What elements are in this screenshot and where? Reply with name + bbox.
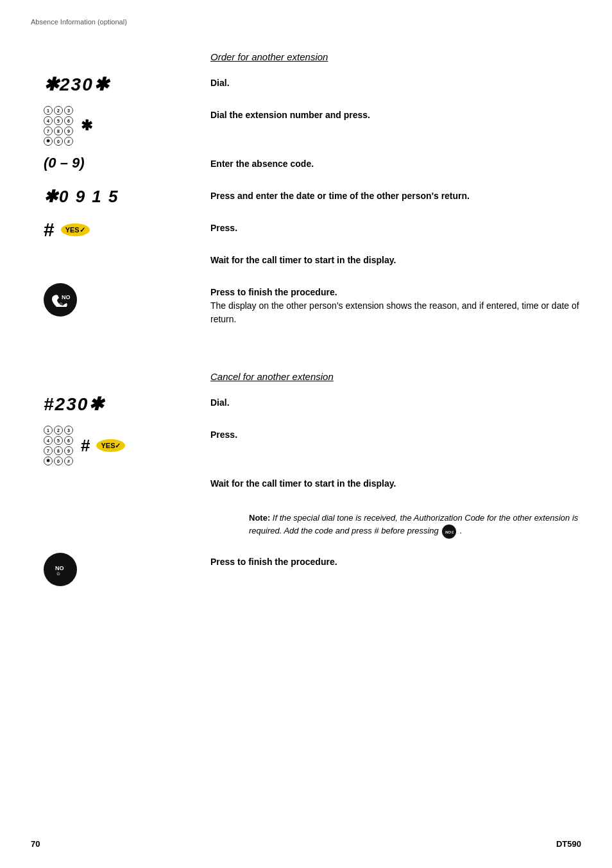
cancel-row-2: 1 2 3 4 5 6 7 8 9 ✱ 0 # # YES✓ bbox=[31, 426, 581, 465]
c-key-5: 5 bbox=[54, 436, 63, 445]
cancel-row-note: Note: If the special dial tone is receiv… bbox=[31, 507, 581, 544]
hash-yes-combo: # YES✓ bbox=[44, 219, 90, 241]
cancel-symbol-1: #230✱ bbox=[31, 394, 210, 415]
key-star: ✱ bbox=[44, 137, 53, 146]
inline-no-button: NO⊙ bbox=[442, 525, 456, 539]
cancel-text-2: Press. bbox=[210, 426, 581, 442]
keypad-icon: 1 2 3 4 5 6 7 8 9 ✱ 0 # bbox=[44, 106, 73, 146]
header-label: Absence Information (optional) bbox=[31, 18, 127, 26]
page-header: Absence Information (optional) bbox=[31, 18, 127, 26]
page-number: 70 bbox=[31, 839, 40, 849]
c-key-3: 3 bbox=[64, 426, 73, 435]
svg-text:NO⊙: NO⊙ bbox=[445, 530, 454, 534]
c-key-8: 8 bbox=[54, 446, 63, 455]
svg-text:NO: NO bbox=[55, 565, 64, 571]
order-text-4: Press and enter the date or time of the … bbox=[210, 187, 581, 203]
cancel-text-5: Press to finish the procedure. bbox=[210, 553, 581, 569]
cancel-heading: Cancel for another extension bbox=[210, 371, 581, 382]
order-symbol-7: NO ⊙ bbox=[31, 283, 210, 317]
order-text-7: Press to finish the procedure. The displ… bbox=[210, 283, 581, 326]
product-name: DT590 bbox=[556, 839, 581, 849]
order-symbol-1: ✱230✱ bbox=[31, 74, 210, 95]
c-key-1: 1 bbox=[44, 426, 53, 435]
dial-code-star230star: ✱230✱ bbox=[44, 74, 110, 95]
order-row-2: 1 2 3 4 5 6 7 8 9 ✱ 0 # ✱ bbox=[31, 106, 581, 146]
cancel-text-note: Note: If the special dial tone is receiv… bbox=[210, 507, 581, 544]
order-text-3: Enter the absence code. bbox=[210, 155, 581, 171]
order-text-1: Dial. bbox=[210, 74, 581, 90]
star-symbol: ✱ bbox=[81, 117, 92, 134]
c-key-4: 4 bbox=[44, 436, 53, 445]
yes-button[interactable]: YES✓ bbox=[61, 223, 90, 236]
order-text-6: Wait for the call timer to start in the … bbox=[210, 251, 581, 267]
cancel-section: Cancel for another extension #230✱ Dial.… bbox=[31, 371, 581, 586]
keypad-hash-yes-combo: 1 2 3 4 5 6 7 8 9 ✱ 0 # # YES✓ bbox=[44, 426, 125, 465]
hash-symbol: # bbox=[44, 219, 55, 241]
order-row-6: Wait for the call timer to start in the … bbox=[31, 251, 581, 274]
yes-button-2[interactable]: YES✓ bbox=[96, 439, 125, 452]
c-key-9: 9 bbox=[64, 446, 73, 455]
c-key-7: 7 bbox=[44, 446, 53, 455]
key-0: 0 bbox=[54, 137, 63, 146]
key-1: 1 bbox=[44, 106, 53, 115]
key-hash: # bbox=[64, 137, 73, 146]
paren-code: (0 – 9) bbox=[44, 155, 85, 171]
key-9: 9 bbox=[64, 126, 73, 135]
keypad-icon-2: 1 2 3 4 5 6 7 8 9 ✱ 0 # bbox=[44, 426, 73, 465]
no-button-order[interactable]: NO ⊙ bbox=[44, 283, 77, 317]
order-symbol-5: # YES✓ bbox=[31, 219, 210, 241]
order-row-1: ✱230✱ Dial. bbox=[31, 74, 581, 97]
c-key-6: 6 bbox=[64, 436, 73, 445]
cancel-row-1: #230✱ Dial. bbox=[31, 394, 581, 417]
hash-symbol-2: # bbox=[81, 436, 90, 456]
order-row-7: NO ⊙ Press to finish the procedure. The … bbox=[31, 283, 581, 326]
key-4: 4 bbox=[44, 116, 53, 125]
order-text-5: Press. bbox=[210, 219, 581, 235]
svg-text:⊙: ⊙ bbox=[56, 571, 60, 576]
key-5: 5 bbox=[54, 116, 63, 125]
order-row-4: ✱0 9 1 5 Press and enter the date or tim… bbox=[31, 187, 581, 210]
keypad-star-combo: 1 2 3 4 5 6 7 8 9 ✱ 0 # ✱ bbox=[44, 106, 92, 146]
cancel-row-5: NO ⊙ Press to finish the procedure. bbox=[31, 553, 581, 586]
no-button-cancel[interactable]: NO ⊙ bbox=[44, 553, 77, 586]
c-key-star: ✱ bbox=[44, 456, 53, 465]
svg-text:NO: NO bbox=[62, 294, 71, 300]
order-heading: Order for another extension bbox=[210, 51, 581, 62]
svg-text:⊙: ⊙ bbox=[59, 302, 63, 306]
c-key-2: 2 bbox=[54, 426, 63, 435]
order-section: Order for another extension ✱230✱ Dial. … bbox=[31, 51, 581, 326]
order-row-5: # YES✓ Press. bbox=[31, 219, 581, 242]
order-text-2: Dial the extension number and press. bbox=[210, 106, 581, 122]
cancel-text-1: Dial. bbox=[210, 394, 581, 410]
cancel-text-3: Wait for the call timer to start in the … bbox=[210, 474, 581, 490]
key-8: 8 bbox=[54, 126, 63, 135]
order-symbol-3: (0 – 9) bbox=[31, 155, 210, 171]
key-2: 2 bbox=[54, 106, 63, 115]
cancel-symbol-5: NO ⊙ bbox=[31, 553, 210, 586]
c-key-hash: # bbox=[64, 456, 73, 465]
key-3: 3 bbox=[64, 106, 73, 115]
dial-code-0915: ✱0 9 1 5 bbox=[44, 187, 119, 207]
cancel-row-3: Wait for the call timer to start in the … bbox=[31, 474, 581, 498]
order-symbol-4: ✱0 9 1 5 bbox=[31, 187, 210, 207]
main-content: Order for another extension ✱230✱ Dial. … bbox=[31, 51, 581, 595]
c-key-0: 0 bbox=[54, 456, 63, 465]
cancel-symbol-2: 1 2 3 4 5 6 7 8 9 ✱ 0 # # YES✓ bbox=[31, 426, 210, 465]
key-6: 6 bbox=[64, 116, 73, 125]
order-row-3: (0 – 9) Enter the absence code. bbox=[31, 155, 581, 178]
key-7: 7 bbox=[44, 126, 53, 135]
dial-code-hash230star: #230✱ bbox=[44, 394, 105, 415]
order-symbol-2: 1 2 3 4 5 6 7 8 9 ✱ 0 # ✱ bbox=[31, 106, 210, 146]
note-block: Note: If the special dial tone is receiv… bbox=[249, 512, 581, 539]
